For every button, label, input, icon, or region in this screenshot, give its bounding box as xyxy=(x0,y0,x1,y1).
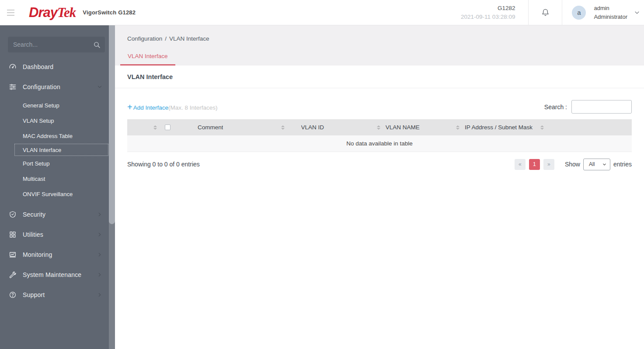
pagination: « 1 » xyxy=(515,159,554,170)
add-interface-button[interactable]: + Add Interface (Max. 8 Interfaces) xyxy=(127,102,218,112)
device-datetime: 2021-09-11 03:28:09 xyxy=(461,13,515,21)
sort-icon[interactable] xyxy=(377,125,382,130)
pagination-page-1-button[interactable]: 1 xyxy=(529,159,540,170)
column-header-vlan-name[interactable]: VLAN NAME xyxy=(386,124,420,131)
sidebar-item-security[interactable]: Security xyxy=(0,204,115,225)
shield-icon xyxy=(9,211,17,218)
column-header-comment[interactable]: Comment xyxy=(198,124,223,131)
per-page-control: Show All entries xyxy=(565,159,632,170)
chevron-down-icon xyxy=(97,84,103,90)
breadcrumb-current: VLAN Interface xyxy=(169,35,209,42)
chevron-down-icon xyxy=(634,9,641,16)
sidebar-search-input[interactable] xyxy=(13,41,93,48)
table-footer: Showing 0 to 0 of 0 entries « 1 » Show A… xyxy=(115,152,644,177)
user-name: admin xyxy=(594,4,627,13)
user-role: Administrator xyxy=(594,13,627,21)
avatar-initial: a xyxy=(577,9,581,16)
sidebar-subitem-vlan-setup[interactable]: VLAN Setup xyxy=(0,113,115,128)
sidebar-subitem-vlan-interface[interactable]: VLAN Interface xyxy=(14,144,108,156)
per-page-value: All xyxy=(589,161,595,167)
sidebar-item-system-maintenance[interactable]: System Maintenance xyxy=(0,265,115,285)
tab-vlan-interface[interactable]: VLAN Interface xyxy=(120,49,175,66)
plus-icon: + xyxy=(127,102,132,112)
column-header-vlan-id[interactable]: VLAN ID xyxy=(301,124,324,131)
tab-bar: VLAN Interface xyxy=(115,49,644,66)
sliders-icon xyxy=(9,83,17,91)
sidebar-item-support[interactable]: Support xyxy=(0,285,115,305)
draytek-logo: DrayTek xyxy=(29,6,76,19)
sidebar-item-configuration[interactable]: Configuration xyxy=(0,77,115,97)
chevron-right-icon xyxy=(97,292,103,298)
table-search-input[interactable] xyxy=(571,100,632,114)
wrench-icon xyxy=(9,271,17,279)
avatar: a xyxy=(572,6,586,20)
sidebar-subitem-multicast[interactable]: Multicast xyxy=(0,171,115,187)
sidebar-subitem-mac-address-table[interactable]: MAC Address Table xyxy=(0,128,115,144)
chevron-right-icon xyxy=(97,232,103,238)
table-search-label: Search : xyxy=(544,104,567,111)
product-name: VigorSwitch G1282 xyxy=(83,9,136,16)
sidebar-search xyxy=(8,37,105,52)
notifications-button[interactable] xyxy=(529,0,562,25)
add-interface-label: Add Interface xyxy=(133,104,168,111)
showing-entries-text: Showing 0 to 0 of 0 entries xyxy=(127,161,200,168)
pagination-next-button[interactable]: » xyxy=(543,159,554,170)
add-interface-hint: (Max. 8 Interfaces) xyxy=(168,104,218,111)
chevron-down-icon xyxy=(602,162,607,167)
device-status: G1282 2021-09-11 03:28:09 xyxy=(461,4,515,21)
select-all-checkbox[interactable] xyxy=(165,124,171,130)
logo-text-dray: Dray xyxy=(29,5,57,20)
sidebar-item-dashboard[interactable]: Dashboard xyxy=(0,57,115,77)
show-label: Show xyxy=(565,161,580,168)
chevron-right-icon xyxy=(97,211,103,218)
sidebar-item-utilities[interactable]: Utilities xyxy=(0,225,115,245)
sidebar-subitem-onvif-surveillance[interactable]: ONVIF Surveillance xyxy=(0,187,115,202)
column-header-ip-subnet[interactable]: IP Address / Subnet Mask xyxy=(465,124,533,131)
sort-icon[interactable] xyxy=(540,125,546,130)
page-title: VLAN Interface xyxy=(115,66,644,88)
sidebar-item-monitoring[interactable]: Monitoring xyxy=(0,245,115,265)
sort-icon[interactable] xyxy=(281,125,286,130)
table-header-row: Comment VLAN ID xyxy=(127,119,632,135)
breadcrumb-separator: / xyxy=(165,35,167,42)
sidebar-subitem-general-setup[interactable]: General Setup xyxy=(0,98,115,113)
empty-message: No data available in table xyxy=(127,135,632,152)
logo-text-tek: Tek xyxy=(57,5,76,20)
per-page-select[interactable]: All xyxy=(583,159,610,170)
entries-label: entries xyxy=(613,161,632,168)
table-empty-row: No data available in table xyxy=(127,135,632,152)
chevron-right-icon xyxy=(97,252,103,258)
question-circle-icon xyxy=(9,291,17,299)
table-search: Search : xyxy=(544,100,632,114)
sort-icon[interactable] xyxy=(153,125,159,130)
device-model: G1282 xyxy=(461,4,515,13)
sidebar-scrollbar[interactable] xyxy=(109,25,115,349)
topbar: DrayTek VigorSwitch G1282 G1282 2021-09-… xyxy=(0,0,644,25)
search-icon xyxy=(93,41,101,48)
main-content: Configuration/VLAN Interface VLAN Interf… xyxy=(115,25,644,349)
dashboard-icon xyxy=(9,63,17,71)
breadcrumb: Configuration/VLAN Interface xyxy=(115,25,644,42)
menu-icon[interactable] xyxy=(7,8,19,17)
sort-icon[interactable] xyxy=(456,125,461,130)
bell-icon xyxy=(541,8,550,17)
chevron-right-icon xyxy=(97,272,103,278)
breadcrumb-parent[interactable]: Configuration xyxy=(127,35,162,42)
grid-icon xyxy=(9,231,17,238)
sidebar: Dashboard Configuration General Setup VL… xyxy=(0,25,115,349)
sidebar-scrollbar-thumb[interactable] xyxy=(109,25,115,224)
vlan-interface-table: Comment VLAN ID xyxy=(127,119,632,152)
monitor-chart-icon xyxy=(9,251,17,259)
content-panel: VLAN Interface + Add Interface (Max. 8 I… xyxy=(115,66,644,349)
sidebar-subitem-port-setup[interactable]: Port Setup xyxy=(0,156,115,171)
configuration-submenu: General Setup VLAN Setup MAC Address Tab… xyxy=(0,97,115,204)
account-menu[interactable]: a admin Administrator xyxy=(562,0,644,25)
table-toolbar: + Add Interface (Max. 8 Interfaces) Sear… xyxy=(115,88,644,119)
pagination-prev-button[interactable]: « xyxy=(515,159,526,170)
